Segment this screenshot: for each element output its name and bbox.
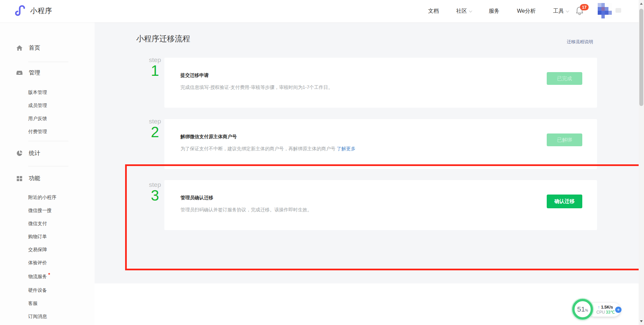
step3-card: 管理员确认迁移 管理员扫码确认并签订服务协议，完成迁移。该操作即时生效。 确认迁… bbox=[164, 180, 597, 230]
chevron-down-icon bbox=[566, 9, 569, 12]
step2-description: 为了保证支付不中断，建议先绑定新主体的商户号，再解绑原主体的商户号 了解更多 bbox=[180, 146, 356, 152]
home-icon bbox=[16, 45, 23, 51]
step1-card: 提交迁移申请 完成信息填写-授权验证-支付费用-审核等步骤，审核时间为1-7个工… bbox=[164, 58, 597, 108]
new-dot-badge bbox=[48, 273, 50, 275]
nav-we-analysis[interactable]: We分析 bbox=[517, 8, 536, 15]
sidebar-item-version-manage[interactable]: 版本管理 bbox=[28, 90, 47, 96]
account-menu-box[interactable] bbox=[615, 8, 621, 13]
sidebar: 首页 管理 版本管理 成员管理 用户反馈 付费管理 统计 功能 附近的小程序 微… bbox=[0, 22, 95, 325]
nav-services[interactable]: 服务 bbox=[489, 8, 499, 15]
monitor-plus-button[interactable]: + bbox=[615, 307, 622, 313]
sidebar-item-experience-rating[interactable]: 体验评价 bbox=[28, 260, 47, 266]
sidebar-item-customer-service[interactable]: 客服 bbox=[28, 301, 38, 307]
step3-number: 3 bbox=[145, 188, 165, 203]
pie-chart-icon bbox=[16, 150, 23, 157]
sidebar-item-subscribe-messages[interactable]: 订阅消息 bbox=[28, 314, 47, 320]
net-speed-row: ↑1.5K/s bbox=[598, 305, 613, 310]
step1-description: 完成信息填写-授权验证-支付费用-审核等步骤，审核时间为1-7个工作日。 bbox=[180, 85, 333, 91]
account-avatar[interactable] bbox=[598, 3, 612, 18]
nav-docs[interactable]: 文档 bbox=[428, 8, 439, 15]
step3-title: 管理员确认迁移 bbox=[180, 195, 213, 201]
sidebar-item-logistics-service[interactable]: 物流服务 bbox=[28, 274, 50, 280]
notification-count-badge: 17 bbox=[580, 4, 589, 10]
step2-title: 解绑微信支付原主体商户号 bbox=[180, 134, 237, 140]
notifications-button[interactable]: 17 bbox=[575, 6, 587, 17]
step2-unbound-button[interactable]: 已解绑 bbox=[547, 133, 582, 146]
migration-guide-link[interactable]: 迁移流程说明 bbox=[567, 39, 593, 45]
nav-tools[interactable]: 工具 bbox=[553, 8, 568, 15]
sidebar-divider bbox=[28, 166, 68, 166]
sidebar-item-manage[interactable]: 管理 bbox=[16, 69, 40, 76]
top-header: 小程序 文档 社区 服务 We分析 工具 17 bbox=[0, 0, 639, 22]
header-nav: 文档 社区 服务 We分析 工具 bbox=[428, 0, 568, 22]
net-speed-value: 1.5K/s bbox=[601, 305, 613, 310]
nav-community[interactable]: 社区 bbox=[456, 8, 471, 15]
sidebar-item-nearby-miniprograms[interactable]: 附近的小程序 bbox=[28, 195, 56, 201]
step1-title: 提交迁移申请 bbox=[180, 72, 209, 78]
sidebar-divider bbox=[28, 141, 68, 141]
sidebar-item-hardware-devices[interactable]: 硬件设备 bbox=[28, 287, 47, 293]
sidebar-item-paid-manage[interactable]: 付费管理 bbox=[28, 129, 47, 135]
inbox-icon bbox=[16, 69, 23, 76]
sidebar-item-member-manage[interactable]: 成员管理 bbox=[28, 103, 47, 109]
scroll-up-arrow-icon[interactable] bbox=[640, 3, 643, 5]
page-title: 小程序迁移流程 bbox=[136, 34, 190, 44]
cpu-usage-ring[interactable]: 51 % bbox=[572, 299, 593, 320]
step2-card: 解绑微信支付原主体商户号 为了保证支付不中断，建议先绑定新主体的商户号，再解绑原… bbox=[164, 119, 597, 169]
cpu-temp-value: 33℃ bbox=[606, 310, 615, 315]
sidebar-item-shopping-orders[interactable]: 购物订单 bbox=[28, 234, 47, 240]
step3-description: 管理员扫码确认并签订服务协议，完成迁移。该操作即时生效。 bbox=[180, 207, 312, 213]
confirm-migration-button[interactable]: 确认迁移 bbox=[547, 195, 582, 208]
vertical-scrollbar[interactable] bbox=[639, 0, 644, 325]
logo-text: 小程序 bbox=[30, 6, 52, 15]
sidebar-item-transaction-guarantee[interactable]: 交易保障 bbox=[28, 247, 47, 253]
step2-number: 2 bbox=[145, 125, 165, 140]
sidebar-item-user-feedback[interactable]: 用户反馈 bbox=[28, 116, 47, 122]
cpu-label: CPU bbox=[596, 310, 605, 315]
sidebar-item-home[interactable]: 首页 bbox=[16, 44, 40, 52]
chevron-down-icon bbox=[469, 9, 472, 12]
sidebar-item-statistics[interactable]: 统计 bbox=[16, 149, 40, 157]
cpu-row: CPU33℃ bbox=[596, 310, 615, 315]
percent-sign: % bbox=[585, 309, 588, 312]
scroll-down-arrow-icon[interactable] bbox=[640, 320, 643, 322]
sidebar-item-wechat-pay[interactable]: 微信支付 bbox=[28, 221, 47, 227]
cpu-percent-value: 51 bbox=[577, 305, 585, 313]
app-logo[interactable]: 小程序 bbox=[15, 5, 52, 16]
sidebar-divider bbox=[28, 62, 68, 62]
sidebar-item-features[interactable]: 功能 bbox=[16, 174, 40, 182]
grid-icon bbox=[16, 175, 23, 182]
step1-done-button[interactable]: 已完成 bbox=[547, 72, 582, 85]
upload-arrow-icon: ↑ bbox=[598, 305, 600, 310]
main-content: 小程序迁移流程 迁移流程说明 step 1 提交迁移申请 完成信息填写-授权验证… bbox=[95, 22, 639, 283]
sidebar-item-wechat-search[interactable]: 微信搜一搜 bbox=[28, 208, 52, 214]
step1-number: 1 bbox=[145, 63, 165, 78]
miniprogram-logo-icon bbox=[15, 5, 26, 16]
scrollbar-thumb[interactable] bbox=[639, 9, 643, 106]
learn-more-link[interactable]: 了解更多 bbox=[337, 146, 356, 151]
